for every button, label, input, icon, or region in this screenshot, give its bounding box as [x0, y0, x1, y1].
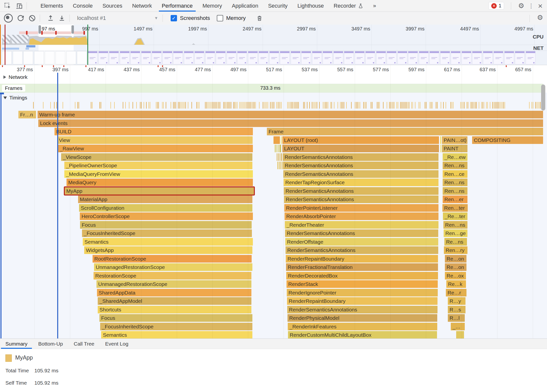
- flame-event-warm-up-frame[interactable]: Warm-up frame: [38, 111, 543, 118]
- flame-event--rendertheater[interactable]: _RenderTheater: [285, 221, 438, 229]
- flame-event-sliver[interactable]: [280, 153, 280, 161]
- flame-event-lock-events[interactable]: Lock events: [38, 119, 543, 127]
- flame-event-rendersemanticsannotations[interactable]: RenderSemanticsAnnotations: [283, 162, 438, 169]
- flame-event-sliver[interactable]: [278, 153, 279, 161]
- flame-event-truncated[interactable]: PAIN…ot): [442, 136, 467, 144]
- flame-event-truncated[interactable]: [456, 331, 464, 338]
- flame-event-renderphysicalmodel[interactable]: RenderPhysicalModel: [287, 314, 437, 322]
- flame-event-truncated[interactable]: Ren…ge: [444, 229, 467, 237]
- flame-event-rendersemanticsannotations[interactable]: RenderSemanticsAnnotations: [284, 187, 438, 195]
- flame-event-semantics[interactable]: Semantics: [101, 331, 252, 338]
- details-tab-event-log[interactable]: Event Log: [100, 339, 134, 349]
- flame-event-renderrepaintboundary[interactable]: RenderRepaintBoundary: [286, 255, 438, 263]
- flame-event-truncated[interactable]: _…: [451, 323, 465, 330]
- flame-event-sliver[interactable]: [277, 153, 277, 161]
- flame-event-shortcuts[interactable]: Shortcuts: [98, 306, 251, 313]
- flame-event-semantics[interactable]: Semantics: [83, 238, 253, 246]
- flame-event-truncated[interactable]: Re…on: [445, 255, 466, 263]
- flame-event-truncated[interactable]: Ren…ter: [442, 204, 468, 212]
- flame-event-myapp[interactable]: MyApp: [65, 187, 254, 195]
- flame-event-sliver[interactable]: [278, 145, 279, 152]
- flame-event-sharedappdata[interactable]: SharedAppData: [97, 289, 251, 296]
- flame-event-materialapp[interactable]: MaterialApp: [78, 196, 252, 203]
- flame-event--focusinheritedscope[interactable]: _FocusInheritedScope: [100, 323, 252, 330]
- flame-event-rendersemanticsannotations[interactable]: RenderSemanticsAnnotations: [285, 229, 438, 237]
- flame-event-focus[interactable]: Focus: [80, 221, 252, 229]
- summary-panel: [0, 349, 547, 392]
- flame-event-truncated[interactable]: R…s: [448, 306, 465, 313]
- flame-event-sliver[interactable]: [279, 162, 280, 169]
- flame-event-sliver[interactable]: [274, 136, 280, 144]
- flame-event--viewscope[interactable]: _ViewScope: [61, 153, 252, 161]
- flame-event-sliver[interactable]: [276, 145, 277, 152]
- flame-event-frame[interactable]: Frame: [267, 128, 543, 135]
- flame-event-sliver[interactable]: [281, 136, 282, 144]
- flame-event-truncated[interactable]: PAINT: [442, 145, 467, 152]
- flame-event-truncated[interactable]: _Re…ter: [443, 212, 467, 220]
- flame-event--rawview[interactable]: _RawView: [58, 145, 253, 152]
- flame-event-sliver[interactable]: [281, 153, 282, 161]
- flame-event-renderrepaintboundary[interactable]: RenderRepaintBoundary: [287, 297, 438, 305]
- flame-event-rendersemanticsannotations[interactable]: RenderSemanticsAnnotations: [283, 170, 438, 178]
- flame-event-truncated[interactable]: Re…r: [446, 289, 466, 296]
- details-tab-bottom-up[interactable]: Bottom-Up: [33, 339, 68, 349]
- flame-event-rendersemanticsannotations[interactable]: RenderSemanticsAnnotations: [287, 306, 438, 313]
- details-tab-call-tree[interactable]: Call Tree: [68, 339, 100, 349]
- flame-event-unmanagedrestorationscope[interactable]: UnmanagedRestorationScope: [94, 263, 252, 271]
- flame-event-truncated[interactable]: _Re…ew: [443, 153, 467, 161]
- flame-event-rendersemanticsannotations[interactable]: RenderSemanticsAnnotations: [283, 153, 438, 161]
- flame-event-renderfractionaltranslation[interactable]: RenderFractionalTranslation: [286, 263, 438, 271]
- flame-event-rendertapregionsurface[interactable]: RenderTapRegionSurface: [284, 179, 438, 186]
- flame-event--sharedappmodel[interactable]: _SharedAppModel: [98, 297, 251, 305]
- flame-event-truncated[interactable]: Re…ox: [445, 272, 466, 280]
- flame-event-truncated[interactable]: Ren…ns: [443, 162, 467, 169]
- flame-event-sliver[interactable]: [440, 145, 441, 152]
- flame-event-truncated[interactable]: COMPOSITING: [472, 136, 543, 144]
- details-tab-summary[interactable]: Summary: [0, 339, 33, 349]
- flame-event-rendersemanticsannotations[interactable]: RenderSemanticsAnnotations: [284, 196, 438, 203]
- flame-event-restorationscope[interactable]: RestorationScope: [94, 272, 251, 280]
- flame-event--focusinheritedscope[interactable]: _FocusInheritedScope: [82, 229, 252, 237]
- flame-event-sliver[interactable]: [277, 162, 278, 169]
- flame-event-renderdecoratedbox[interactable]: RenderDecoratedBox: [286, 272, 438, 280]
- flame-event-layout-root-[interactable]: LAYOUT (root): [282, 136, 439, 144]
- flame-event-truncated[interactable]: Ren…ns: [443, 221, 467, 229]
- flame-event-build[interactable]: BUILD: [55, 128, 253, 135]
- flame-event-truncated[interactable]: Re…k: [446, 280, 466, 288]
- flame-event-truncated[interactable]: Re…on: [445, 263, 466, 271]
- flame-event-truncated[interactable]: Re…ns: [444, 238, 467, 246]
- flame-event-renderstack[interactable]: RenderStack: [287, 280, 438, 288]
- flame-event-truncated[interactable]: Ren…ns: [443, 179, 467, 186]
- flame-event-layout[interactable]: LAYOUT: [282, 145, 439, 152]
- flame-event-truncated[interactable]: R…y: [448, 297, 465, 305]
- flame-event-sliver[interactable]: [280, 162, 281, 169]
- flame-event-widgetsapp[interactable]: WidgetsApp: [84, 246, 252, 254]
- flame-event-truncated[interactable]: R…l: [448, 314, 465, 322]
- flame-event-unmanagedrestorationscope[interactable]: UnmanagedRestorationScope: [96, 280, 251, 288]
- flame-event-truncated[interactable]: Ren…er: [443, 196, 467, 203]
- flame-event--pipelineownerscope[interactable]: _PipelineOwnerScope: [64, 162, 252, 169]
- flame-event--renderinkfeatures[interactable]: _RenderInkFeatures: [288, 323, 437, 330]
- flame-event-sliver[interactable]: [275, 145, 276, 152]
- flame-event-truncated[interactable]: Ren…ns: [443, 187, 467, 195]
- flame-event-renderoffstage[interactable]: RenderOffstage: [285, 238, 438, 246]
- flame-event-renderpointerlistener[interactable]: RenderPointerListener: [284, 204, 438, 212]
- flame-event-sliver[interactable]: [282, 162, 283, 169]
- flame-event-rendersemanticsannotations[interactable]: RenderSemanticsAnnotations: [286, 246, 438, 254]
- flame-event-herocontrollerscope[interactable]: HeroControllerScope: [80, 212, 253, 220]
- flame-event-rendercustommultichildlayoutbox[interactable]: RenderCustomMultiChildLayoutBox: [288, 331, 437, 338]
- flame-event-view[interactable]: View: [57, 136, 253, 144]
- flame-event-renderabsorbpointer[interactable]: RenderAbsorbPointer: [285, 212, 438, 220]
- flame-event-truncated[interactable]: Ren…ry: [444, 246, 467, 254]
- flame-event-rootrestorationscope[interactable]: RootRestorationScope: [93, 255, 252, 263]
- flame-event-scrollconfiguration[interactable]: ScrollConfiguration: [79, 204, 252, 212]
- flame-event-sliver[interactable]: [279, 145, 281, 152]
- flame-event-sliver[interactable]: [440, 136, 441, 144]
- flame-event-renderignorepointer[interactable]: RenderIgnorePointer: [287, 289, 438, 296]
- flame-event-fr-n[interactable]: Fr…n: [18, 111, 36, 118]
- flame-event-truncated[interactable]: Ren…ce: [443, 170, 467, 178]
- flame-event-focus[interactable]: Focus: [99, 314, 252, 322]
- flame-event--mediaqueryfromview[interactable]: _MediaQueryFromView: [64, 170, 253, 178]
- vertical-scrollbar-thumb[interactable]: [541, 84, 545, 111]
- flame-event-mediaquery[interactable]: MediaQuery: [67, 179, 253, 186]
